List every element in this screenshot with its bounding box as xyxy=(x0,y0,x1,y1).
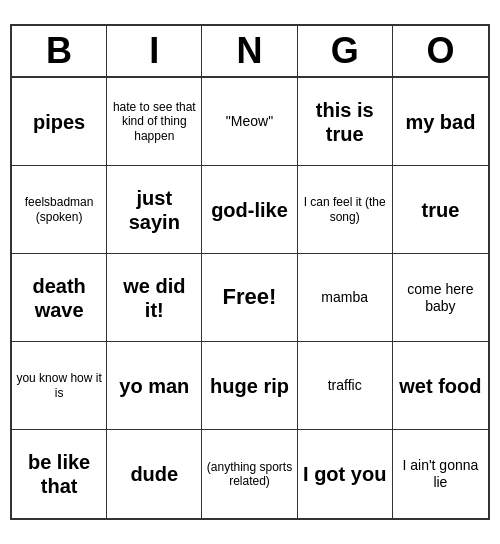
bingo-cell: death wave xyxy=(12,254,107,342)
bingo-cell: be like that xyxy=(12,430,107,518)
bingo-grid: pipeshate to see that kind of thing happ… xyxy=(12,78,488,518)
bingo-cell: hate to see that kind of thing happen xyxy=(107,78,202,166)
bingo-cell: Free! xyxy=(202,254,297,342)
bingo-cell: (anything sports related) xyxy=(202,430,297,518)
bingo-cell: my bad xyxy=(393,78,488,166)
header-letter: I xyxy=(107,26,202,76)
header-letter: N xyxy=(202,26,297,76)
header-letter: G xyxy=(298,26,393,76)
bingo-cell: true xyxy=(393,166,488,254)
bingo-cell: we did it! xyxy=(107,254,202,342)
header-letter: B xyxy=(12,26,107,76)
bingo-cell: feelsbadman (spoken) xyxy=(12,166,107,254)
header-letter: O xyxy=(393,26,488,76)
bingo-cell: pipes xyxy=(12,78,107,166)
bingo-cell: dude xyxy=(107,430,202,518)
bingo-cell: just sayin xyxy=(107,166,202,254)
bingo-cell: wet food xyxy=(393,342,488,430)
bingo-cell: I got you xyxy=(298,430,393,518)
bingo-cell: huge rip xyxy=(202,342,297,430)
bingo-cell: yo man xyxy=(107,342,202,430)
bingo-cell: I can feel it (the song) xyxy=(298,166,393,254)
bingo-header: BINGO xyxy=(12,26,488,78)
bingo-cell: you know how it is xyxy=(12,342,107,430)
bingo-cell: come here baby xyxy=(393,254,488,342)
bingo-card: BINGO pipeshate to see that kind of thin… xyxy=(10,24,490,520)
bingo-cell: traffic xyxy=(298,342,393,430)
bingo-cell: "Meow" xyxy=(202,78,297,166)
bingo-cell: mamba xyxy=(298,254,393,342)
bingo-cell: god-like xyxy=(202,166,297,254)
bingo-cell: I ain't gonna lie xyxy=(393,430,488,518)
bingo-cell: this is true xyxy=(298,78,393,166)
